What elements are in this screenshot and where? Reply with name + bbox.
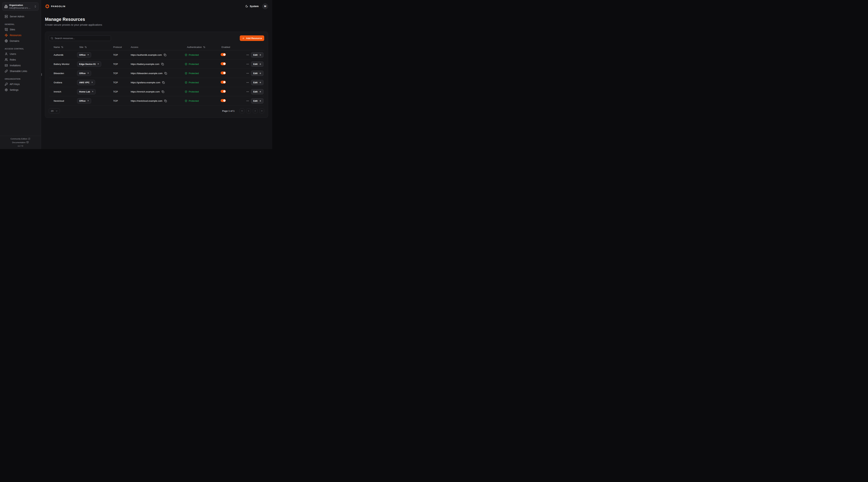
edit-button[interactable]: Edit — [251, 71, 264, 76]
sidebar-item-resources[interactable]: Resources — [0, 32, 41, 38]
column-header-name[interactable]: Name — [54, 46, 77, 49]
site-name: Office — [79, 54, 86, 56]
site-name: Edge Device 01 — [79, 63, 96, 65]
main-content: PANGOLIN System M Manage Resources Creat… — [41, 0, 272, 149]
table-row: Bitwarden Office TCP https://bitwarden.e… — [49, 69, 264, 78]
theme-selector[interactable]: System — [245, 5, 259, 8]
arrow-up-right-icon — [87, 72, 89, 74]
enabled-toggle[interactable] — [221, 71, 226, 74]
sidebar-item-invitations[interactable]: Invitations — [0, 62, 41, 68]
sidebar-item-server-admin[interactable]: Server Admin — [0, 13, 41, 19]
resource-name: Grafana — [54, 81, 77, 84]
auth-status-badge: Protected — [185, 81, 221, 84]
community-edition-link[interactable]: Community Edition — [0, 138, 41, 140]
next-page-button[interactable] — [253, 108, 258, 113]
user-avatar[interactable]: M — [262, 3, 268, 9]
topbar-right: System M — [245, 3, 268, 9]
sidebar-section-general: GENERAL Sites Resources Domains — [0, 23, 41, 44]
shield-check-icon — [185, 54, 187, 56]
shield-check-icon — [185, 90, 187, 93]
row-menu-button[interactable] — [246, 81, 249, 84]
site-link-button[interactable]: Home Lab — [77, 89, 96, 94]
edit-button[interactable]: Edit — [251, 98, 264, 104]
table-row: Authentik Office TCP https://authentik.e… — [49, 50, 264, 60]
edit-label: Edit — [253, 72, 258, 75]
resource-url: https://battery.example.com — [131, 63, 159, 65]
auth-status-label: Protected — [189, 90, 199, 93]
first-page-button[interactable] — [240, 108, 244, 113]
site-link-button[interactable]: Edge Device 01 — [77, 61, 101, 67]
sidebar-item-shareable-links[interactable]: Shareable Links — [0, 68, 41, 74]
search-input[interactable] — [55, 37, 109, 39]
site-link-button[interactable]: Office — [77, 52, 91, 58]
row-menu-button[interactable] — [246, 62, 249, 66]
row-menu-button[interactable] — [246, 90, 249, 94]
key-icon — [5, 83, 8, 86]
sidebar-item-label: Sites — [10, 28, 15, 31]
copy-url-button[interactable] — [164, 72, 167, 75]
sidebar-item-api-keys[interactable]: API Keys — [0, 81, 41, 87]
last-page-button[interactable] — [259, 108, 264, 113]
table-row: Battery Monitor Edge Device 01 TCP https… — [49, 60, 264, 69]
row-menu-button[interactable] — [246, 99, 249, 103]
sidebar-item-users[interactable]: Users — [0, 51, 41, 57]
resource-name: Battery Monitor — [54, 63, 77, 65]
resource-name: Immich — [54, 90, 77, 93]
resource-name: Bitwarden — [54, 72, 77, 75]
version-label: v1.7.0 — [0, 145, 41, 147]
site-link-button[interactable]: Office — [77, 71, 91, 76]
edit-button[interactable]: Edit — [251, 89, 264, 94]
resource-url: https://nextcloud.example.com — [131, 100, 162, 102]
edit-button[interactable]: Edit — [251, 80, 264, 85]
column-header-enabled: Enabled — [221, 46, 246, 49]
column-header-site[interactable]: Site — [77, 46, 113, 49]
enabled-toggle[interactable] — [221, 99, 226, 102]
arrow-right-icon — [259, 63, 261, 65]
edit-button[interactable]: Edit — [251, 61, 264, 67]
copy-url-button[interactable] — [164, 54, 166, 56]
site-link-button[interactable]: AWS VPC — [77, 80, 95, 85]
arrow-right-icon — [259, 72, 261, 74]
enabled-toggle[interactable] — [221, 81, 226, 84]
site-link-button[interactable]: Office — [77, 98, 91, 104]
enabled-toggle[interactable] — [221, 90, 226, 93]
site-name: Office — [79, 72, 86, 75]
enabled-toggle[interactable] — [221, 53, 226, 56]
edit-button[interactable]: Edit — [251, 52, 264, 58]
auth-status-label: Protected — [189, 63, 199, 65]
auth-status-label: Protected — [189, 100, 199, 102]
copy-url-button[interactable] — [161, 63, 164, 65]
prev-page-button[interactable] — [246, 108, 251, 113]
sidebar-item-settings[interactable]: Settings — [0, 87, 41, 93]
page-size-select[interactable]: 20 — [49, 108, 60, 114]
arrow-right-icon — [259, 82, 261, 84]
chevrons-up-down-icon — [34, 5, 37, 8]
arrow-right-icon — [259, 54, 261, 56]
site-name: AWS VPC — [79, 81, 90, 84]
resource-url: https://authentik.example.com — [131, 54, 162, 56]
page-size-value: 20 — [51, 110, 54, 112]
resource-protocol: TCP — [113, 81, 131, 84]
column-header-authentication[interactable]: Authentication — [185, 46, 221, 49]
sidebar-item-label: Settings — [10, 89, 19, 91]
card-footer: 20 Page 1 of 1 — [49, 108, 264, 114]
copy-url-button[interactable] — [162, 81, 165, 84]
row-menu-button[interactable] — [246, 53, 249, 57]
page-subtitle: Create secure proxies to your private ap… — [45, 23, 268, 26]
column-header-protocol: Protocol — [113, 46, 131, 49]
resource-name: Nextcloud — [54, 100, 77, 102]
row-menu-button[interactable] — [246, 71, 249, 75]
enabled-toggle[interactable] — [221, 62, 226, 65]
copy-url-button[interactable] — [164, 100, 167, 102]
chevron-down-icon — [56, 110, 58, 112]
sidebar-item-domains[interactable]: Domains — [0, 38, 41, 44]
documentation-link[interactable]: Documentation — [0, 141, 41, 143]
sidebar-item-sites[interactable]: Sites — [0, 27, 41, 32]
topbar: PANGOLIN System M — [45, 0, 268, 12]
copy-url-button[interactable] — [162, 90, 164, 93]
org-selector[interactable]: Organization milo@fossorial.io's ... — [2, 2, 38, 11]
shield-check-icon — [185, 72, 187, 75]
ticket-check-icon — [5, 64, 8, 67]
sidebar-item-roles[interactable]: Roles — [0, 57, 41, 62]
add-resource-button[interactable]: Add Resource — [240, 35, 264, 41]
